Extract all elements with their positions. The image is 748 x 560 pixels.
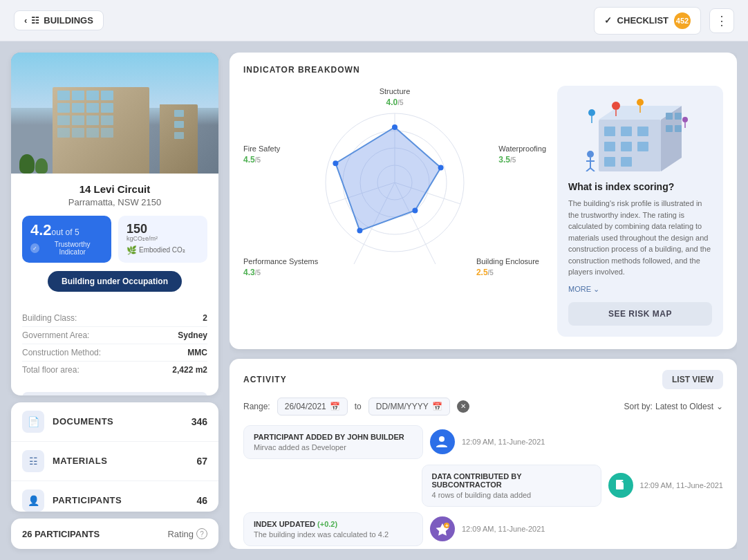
participants-row[interactable]: 👤 PARTICIPANTS 46 bbox=[11, 481, 218, 512]
list-view-button[interactable]: LIST VIEW bbox=[662, 370, 723, 389]
activity-title-2: DATA CONTRIBUTED BY SUBCONTRACTOR bbox=[432, 472, 591, 489]
building-info-section: 14 Levi Circuit Parramatta, NSW 2150 4.2… bbox=[11, 174, 218, 310]
activity-header: ACTIVITY LIST VIEW bbox=[243, 370, 723, 389]
left-panel: 14 Levi Circuit Parramatta, NSW 2150 4.2… bbox=[11, 53, 218, 549]
index-info-panel: What is index scoring? The building's ri… bbox=[557, 86, 723, 337]
activity-title-1: PARTICIPANT ADDED BY JOHN BUILDER bbox=[254, 433, 413, 441]
embodied-co2-value: 150 bbox=[127, 223, 147, 235]
activity-title-3: INDEX UPDATED (+0.2) bbox=[254, 520, 413, 528]
floor-area-value: 2,422 m2 bbox=[172, 365, 207, 375]
fire-safety-label: Fire Safety 4.5/5 bbox=[243, 144, 280, 165]
more-options-button[interactable]: ⋮ bbox=[709, 8, 734, 33]
svg-line-42 bbox=[590, 168, 595, 171]
svg-rect-27 bbox=[675, 113, 682, 120]
right-panel: INDICATOR BREAKDOWN bbox=[230, 53, 737, 549]
svg-rect-22 bbox=[621, 142, 632, 151]
see-risk-map-button[interactable]: SEE RISK MAP bbox=[568, 302, 712, 326]
construction-method-value: MMC bbox=[187, 348, 207, 357]
indicator-title: INDICATOR BREAKDOWN bbox=[243, 65, 723, 75]
svg-point-13 bbox=[357, 228, 362, 234]
svg-rect-21 bbox=[604, 142, 615, 151]
building-details: Building Class: 2 Government Area: Sydne… bbox=[11, 310, 218, 386]
range-label: Range: bbox=[243, 402, 270, 411]
checklist-label: CHECKLIST bbox=[617, 15, 668, 26]
indicator-content: Structure 4.0/5 Waterproofing 3.5/5 Buil… bbox=[243, 86, 723, 337]
activity-timestamp-1: 12:09 AM, 11-June-2021 bbox=[462, 438, 545, 446]
chevron-left-icon: ‹ bbox=[24, 15, 27, 26]
svg-line-41 bbox=[586, 168, 590, 171]
svg-rect-24 bbox=[604, 157, 615, 167]
construction-method-row: Construction Method: MMC bbox=[22, 344, 207, 362]
svg-rect-29 bbox=[675, 125, 682, 132]
svg-point-12 bbox=[412, 208, 418, 214]
embodied-co2-box: 150 kgCO₂e/m² 🌿 Embodied CO₂ bbox=[118, 216, 207, 263]
svg-point-32 bbox=[637, 99, 644, 106]
participants-footer: 26 PARTICIPANTS Rating ? bbox=[11, 519, 218, 549]
more-details-button[interactable]: MORE ⌄ bbox=[22, 392, 207, 395]
activity-icon-3: + bbox=[430, 516, 455, 541]
activity-item-1: PARTICIPANT ADDED BY JOHN BUILDER Mirvac… bbox=[243, 425, 723, 459]
floor-area-label: Total floor area: bbox=[22, 365, 80, 375]
svg-rect-26 bbox=[666, 113, 673, 120]
activity-bubble-1: PARTICIPANT ADDED BY JOHN BUILDER Mirvac… bbox=[243, 425, 423, 459]
trustworthy-indicator-box: 4.2out of 5 ✓ Trustworthy Indicator bbox=[22, 216, 111, 263]
materials-row[interactable]: ☷ MATERIALS 67 bbox=[11, 442, 218, 481]
indicator-breakdown-card: INDICATOR BREAKDOWN bbox=[230, 53, 737, 349]
activity-title: ACTIVITY bbox=[243, 375, 287, 384]
svg-rect-19 bbox=[621, 127, 632, 136]
structure-label: Structure 4.0/5 bbox=[380, 87, 411, 108]
radar-svg bbox=[291, 93, 498, 272]
more-link[interactable]: MORE ⌄ bbox=[568, 285, 712, 294]
materials-icon: ☷ bbox=[22, 450, 44, 472]
building-image bbox=[11, 53, 218, 174]
clear-date-button[interactable]: ✕ bbox=[457, 400, 469, 413]
nav-right: ✓ CHECKLIST 452 ⋮ bbox=[594, 7, 734, 35]
trustworthy-label: ✓ Trustworthy Indicator bbox=[30, 241, 103, 256]
activity-icon-2: + bbox=[608, 473, 633, 498]
activity-sub-1: Mirvac added as Developer bbox=[254, 443, 413, 451]
activity-item-2: 12:09 AM, 11-June-2021 + DATA CONTRIBUTE… bbox=[243, 465, 723, 507]
grid-icon: ☷ bbox=[31, 15, 39, 26]
building-card: 14 Levi Circuit Parramatta, NSW 2150 4.2… bbox=[11, 53, 218, 395]
date-from-input[interactable]: 26/04/2021 📅 bbox=[277, 398, 348, 416]
documents-count: 346 bbox=[191, 416, 207, 427]
activity-item-3: INDEX UPDATED (+0.2) The building index … bbox=[243, 512, 723, 546]
chevron-down-icon-small: ⌄ bbox=[593, 285, 599, 294]
govt-area-row: Government Area: Sydney bbox=[22, 327, 207, 344]
chevron-down-icon-sort: ⌄ bbox=[716, 402, 723, 411]
materials-count: 67 bbox=[196, 456, 207, 467]
waterproofing-label: Waterproofing 3.5/5 bbox=[498, 144, 546, 165]
date-to-input[interactable]: DD/MM/YYYY 📅 bbox=[368, 398, 450, 416]
activity-sub-2: 4 rows of building data added bbox=[432, 491, 591, 499]
building-class-label: Building Class: bbox=[22, 313, 77, 323]
activity-timestamp-3: 12:09 AM, 11-June-2021 bbox=[462, 525, 545, 533]
govt-area-label: Government Area: bbox=[22, 330, 89, 340]
svg-rect-28 bbox=[666, 125, 673, 132]
back-to-buildings-button[interactable]: ‹ ☷ BUILDINGS bbox=[14, 10, 104, 30]
svg-text:+: + bbox=[445, 435, 449, 442]
building-address: Parramatta, NSW 2150 bbox=[22, 197, 207, 207]
sort-dropdown[interactable]: Sort by: Latest to Oldest ⌄ bbox=[624, 402, 723, 411]
svg-point-36 bbox=[682, 117, 688, 122]
building-3d-illustration bbox=[568, 97, 712, 173]
activity-sub-3: The building index was calculated to 4.2 bbox=[254, 530, 413, 539]
documents-row[interactable]: 📄 DOCUMENTS 346 bbox=[11, 402, 218, 442]
floor-area-row: Total floor area: 2,422 m2 bbox=[22, 362, 207, 378]
documents-label: DOCUMENTS bbox=[53, 416, 191, 427]
svg-rect-23 bbox=[637, 142, 648, 151]
participants-count: 46 bbox=[196, 495, 207, 506]
activity-card: ACTIVITY LIST VIEW Range: 26/04/2021 📅 t… bbox=[230, 359, 737, 550]
govt-area-value: Sydney bbox=[178, 330, 207, 340]
building-3d-svg bbox=[578, 99, 702, 171]
svg-text:+: + bbox=[445, 523, 449, 529]
rating-info-icon[interactable]: ? bbox=[196, 528, 207, 539]
participants-label: PARTICIPANTS bbox=[53, 495, 196, 505]
documents-icon: 📄 bbox=[22, 411, 44, 433]
svg-point-11 bbox=[438, 165, 444, 170]
activity-filters: Range: 26/04/2021 📅 to DD/MM/YYYY 📅 ✕ So… bbox=[243, 398, 723, 416]
checklist-badge: 452 bbox=[674, 12, 691, 29]
top-navigation: ‹ ☷ BUILDINGS ✓ CHECKLIST 452 ⋮ bbox=[0, 0, 748, 41]
building-class-value: 2 bbox=[203, 313, 207, 323]
checklist-button[interactable]: ✓ CHECKLIST 452 bbox=[594, 7, 701, 35]
checklist-icon: ✓ bbox=[604, 15, 612, 26]
